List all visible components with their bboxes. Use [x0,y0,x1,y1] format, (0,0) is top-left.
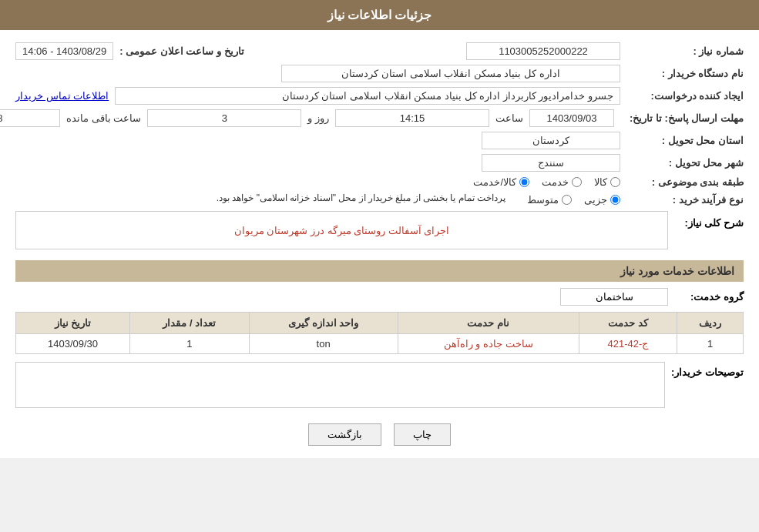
ostan-label: استان محل تحویل : [620,135,744,146]
saat-label: ساعت [495,112,523,124]
cell-vahed: ton [249,334,398,354]
mohlat-row: مهلت ارسال پاسخ: تا تاریخ: 1403/09/03 سا… [15,109,744,127]
cell-kod: ج-42-421 [579,334,677,354]
page-header: جزئیات اطلاعات نیاز [0,0,759,30]
tabaghe-label: طبقه بندی موضوعی : [620,176,744,188]
radio-kala[interactable]: کالا [594,176,620,188]
ijad-konande-label: ایجاد کننده درخواست: [620,90,744,102]
service-table: ردیف کد حدمت نام حدمت واحد اندازه گیری ت… [15,312,744,354]
content-area: شماره نیاز : 1103005252000222 تاریخ و سا… [0,30,759,458]
namdastgah-value: اداره کل بنیاد مسکن انقلاب اسلامی استان … [281,65,620,82]
ijad-konande-value: جسرو خدامرادیور کاربرداز اداره کل بنیاد … [115,87,620,105]
cell-tedad: 1 [130,334,250,354]
rooz-label: روز و [307,112,329,124]
baghimande-label: ساعت باقی مانده [66,112,141,124]
radio-khadamat-input[interactable] [572,177,582,187]
ittelaatTamasKhardar-link[interactable]: اطلاعات تماس خریدار [15,90,115,102]
shahr-row: شهر محل تحویل : سنندج [15,154,744,172]
shahr-label: شهر محل تحویل : [620,157,744,169]
radio-motavasset-label: متوسط [527,194,559,206]
col-kod: کد حدمت [579,313,677,334]
back-button[interactable]: بازگشت [308,423,381,446]
noe-farayand-label: نوع فرآیند خرید : [620,194,744,206]
sharh-kolli-value: اجرای آسفالت روستای میرگه درز شهرستان مر… [234,225,450,236]
radio-jozi[interactable]: جزیی [584,194,620,206]
cell-nam: ساخت جاده و راه‌آهن [398,334,579,354]
tarikhaalan-value: 1403/08/29 - 14:06 [15,42,113,60]
tarikhaalan-label: تاریخ و ساعت اعلان عمومی : [113,45,243,57]
grohe-khadamat-label: گروه خدمت: [674,291,744,303]
mohlat-date-value: 1403/09/03 [529,109,614,127]
shomare-niaz-value: 1103005252000222 [466,42,620,60]
cell-tarikh: 1403/09/30 [16,334,130,354]
tabaghe-row: طبقه بندی موضوعی : کالا خدمت کالا/خدمت [15,176,744,188]
shomare-niaz-label: شماره نیاز : [620,45,744,57]
table-row: 1 ج-42-421 ساخت جاده و راه‌آهن ton 1 140… [16,334,744,354]
sharh-kolli-section: شرح کلی نیاز: اجرای آسفالت روستای میرگه … [15,211,744,249]
noe-farayand-row: نوع فرآیند خرید : جزیی متوسط پرداخت تمام… [15,192,744,206]
toseehat-khardar-label: توصیحات خریدار: [671,362,744,378]
page-title: جزئیات اطلاعات نیاز [327,8,432,22]
tabaghe-radios: کالا خدمت کالا/خدمت [473,176,620,188]
saat-value: 14:15 [335,109,489,127]
button-row: بازگشت چاپ [15,423,744,446]
shomare-niaz-row: شماره نیاز : 1103005252000222 تاریخ و سا… [15,42,744,60]
col-nam: نام حدمت [398,313,579,334]
toseehat-khardar-box [15,362,665,408]
radio-kala-khadamat[interactable]: کالا/خدمت [473,176,529,188]
shahr-value: سنندج [482,154,620,172]
namdastgah-label: نام دستگاه خریدار : [620,68,744,79]
khadamat-section-title: اطلاعات خدمات مورد نیاز [15,260,744,282]
mohlat-label: مهلت ارسال پاسخ: تا تاریخ: [620,112,744,124]
ijad-konande-row: ایجاد کننده درخواست: جسرو خدامرادیور کار… [15,87,744,105]
noe-farayand-radios: جزیی متوسط پرداخت تمام یا بخشی از مبلغ خ… [217,192,620,206]
radio-khadamat-label: خدمت [542,176,569,188]
radio-khadamat[interactable]: خدمت [542,176,582,188]
radio-kala-khadamat-label: کالا/خدمت [473,176,516,188]
radio-kala-khadamat-input[interactable] [519,177,529,187]
radio-jozi-input[interactable] [610,195,620,205]
ostan-row: استان محل تحویل : کردستان [15,132,744,149]
col-vahed: واحد اندازه گیری [249,313,398,334]
sharh-kolli-box: اجرای آسفالت روستای میرگه درز شهرستان مر… [15,211,668,249]
baghimande-value: 21:18:38 [0,109,60,127]
radio-motavasset-input[interactable] [562,195,572,205]
col-tedad: تعداد / مقدار [130,313,250,334]
rooz-value: 3 [147,109,301,127]
sharh-kolli-label: شرح کلی نیاز: [674,211,744,229]
grohe-khadamat-value: ساختمان [560,288,668,306]
cell-radif: 1 [677,334,744,354]
ostan-value: کردستان [482,132,620,149]
namdastgah-row: نام دستگاه خریدار : اداره کل بنیاد مسکن … [15,65,744,82]
radio-motavasset[interactable]: متوسط [527,194,572,206]
col-tarikh: تاریخ نیاز [16,313,130,334]
print-button[interactable]: چاپ [394,423,451,446]
radio-jozi-label: جزیی [584,194,607,206]
noe-farayand-note: پرداخت تمام یا بخشی از مبلغ خریدار از مح… [217,192,515,203]
radio-kala-label: کالا [594,176,607,188]
toseehat-khardar-section: توصیحات خریدار: [15,362,744,408]
radio-kala-input[interactable] [610,177,620,187]
grohe-khadamat-row: گروه خدمت: ساختمان [15,288,744,306]
col-radif: ردیف [677,313,744,334]
page-wrapper: جزئیات اطلاعات نیاز شماره نیاز : 1103005… [0,0,759,458]
